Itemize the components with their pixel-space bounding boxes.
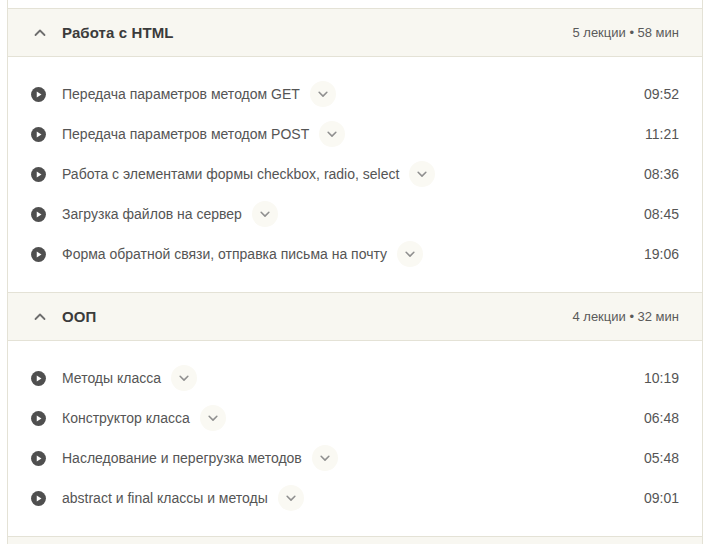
lesson-duration: 10:19 [644, 370, 679, 386]
lesson-row[interactable]: Работа с элементами формы checkbox, radi… [30, 154, 679, 194]
chevron-down-icon[interactable] [171, 365, 197, 391]
lesson-title[interactable]: Работа с элементами формы checkbox, radi… [62, 166, 399, 182]
lesson-duration: 09:52 [644, 86, 679, 102]
lesson-title[interactable]: abstract и final классы и методы [62, 490, 268, 506]
lesson-title[interactable]: Конструктор класса [62, 410, 190, 426]
play-circle-icon[interactable] [30, 206, 47, 223]
chevron-up-icon[interactable] [33, 310, 47, 324]
chevron-down-icon[interactable] [409, 161, 435, 187]
lesson-row[interactable]: Загрузка файлов на сервер 08:45 [30, 194, 679, 234]
lesson-row[interactable]: Методы класса 10:19 [30, 358, 679, 398]
lesson-duration: 06:48 [644, 410, 679, 426]
lesson-duration: 09:01 [644, 490, 679, 506]
section-title: Работа с HTML [62, 24, 174, 41]
lesson-title[interactable]: Форма обратной связи, отправка письма на… [62, 246, 387, 262]
lesson-title[interactable]: Передача параметров методом POST [62, 126, 309, 142]
lesson-duration: 05:48 [644, 450, 679, 466]
lesson-row[interactable]: Передача параметров методом POST 11:21 [30, 114, 679, 154]
lesson-row[interactable]: Конструктор класса 06:48 [30, 398, 679, 438]
play-circle-icon[interactable] [30, 370, 47, 387]
lesson-row[interactable]: Наследование и перегрузка методов 05:48 [30, 438, 679, 478]
play-circle-icon[interactable] [30, 86, 47, 103]
play-circle-icon[interactable] [30, 450, 47, 467]
lesson-list: Передача параметров методом GET 09:52 Пе… [8, 57, 702, 292]
play-circle-icon[interactable] [30, 246, 47, 263]
section-meta: 4 лекции • 32 мин [572, 309, 679, 324]
chevron-down-icon[interactable] [397, 241, 423, 267]
lesson-title[interactable]: Наследование и перегрузка методов [62, 450, 302, 466]
lesson-duration: 19:06 [644, 246, 679, 262]
play-circle-icon[interactable] [30, 166, 47, 183]
play-circle-icon[interactable] [30, 410, 47, 427]
lesson-duration: 08:45 [644, 206, 679, 222]
course-curriculum: Работа с HTML 5 лекции • 58 мин Передача… [7, 0, 703, 544]
chevron-down-icon[interactable] [278, 485, 304, 511]
chevron-down-icon[interactable] [312, 445, 338, 471]
section-header[interactable]: ООП 4 лекции • 32 мин [8, 292, 702, 341]
chevron-down-icon[interactable] [200, 405, 226, 431]
curriculum-section: ООП 4 лекции • 32 мин Методы класса 10:1… [8, 292, 702, 536]
section-container: Работа с HTML 5 лекции • 58 мин Передача… [8, 8, 702, 536]
lesson-duration: 11:21 [645, 126, 679, 142]
lesson-row[interactable]: Форма обратной связи, отправка письма на… [30, 234, 679, 274]
lesson-row[interactable]: abstract и final классы и методы 09:01 [30, 478, 679, 518]
section-title: ООП [62, 308, 96, 325]
section-meta: 5 лекции • 58 мин [572, 25, 679, 40]
play-circle-icon[interactable] [30, 126, 47, 143]
lesson-title[interactable]: Методы класса [62, 370, 161, 386]
lesson-title[interactable]: Загрузка файлов на сервер [62, 206, 242, 222]
previous-section-remnant [8, 0, 702, 8]
chevron-up-icon[interactable] [33, 26, 47, 40]
chevron-down-icon[interactable] [319, 121, 345, 147]
section-header[interactable]: Работа с HTML 5 лекции • 58 мин [8, 8, 702, 57]
chevron-down-icon[interactable] [252, 201, 278, 227]
curriculum-section: Работа с HTML 5 лекции • 58 мин Передача… [8, 8, 702, 292]
lesson-list: Методы класса 10:19 Конструктор класса 0… [8, 341, 702, 536]
lesson-row[interactable]: Передача параметров методом GET 09:52 [30, 74, 679, 114]
next-section-peek [8, 536, 702, 544]
lesson-title[interactable]: Передача параметров методом GET [62, 86, 300, 102]
chevron-down-icon[interactable] [310, 81, 336, 107]
lesson-duration: 08:36 [644, 166, 679, 182]
play-circle-icon[interactable] [30, 490, 47, 507]
